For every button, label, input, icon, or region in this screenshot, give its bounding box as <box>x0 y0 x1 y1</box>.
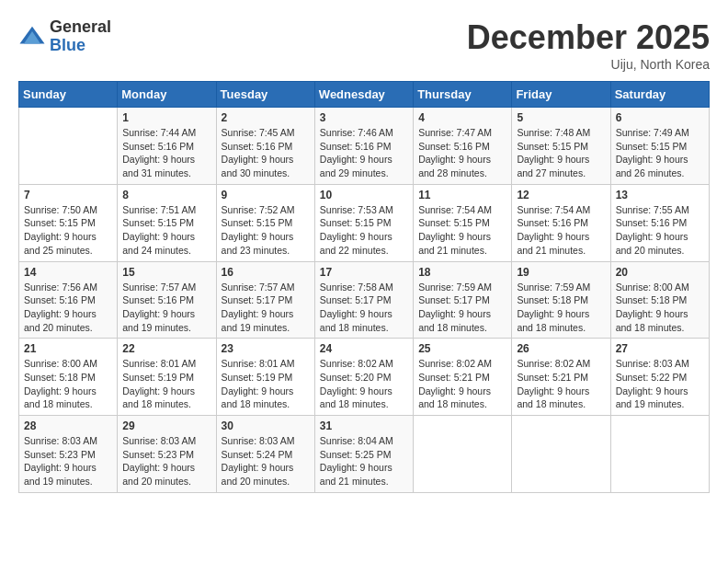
day-info: Sunrise: 8:03 AM Sunset: 5:24 PM Dayligh… <box>222 434 310 488</box>
day-info: Sunrise: 7:54 AM Sunset: 5:16 PM Dayligh… <box>517 203 605 258</box>
page-header: General Blue December 2025 Uiju, North K… <box>18 18 710 72</box>
calendar-cell: 15Sunrise: 7:57 AM Sunset: 5:16 PM Dayli… <box>118 261 216 339</box>
day-info: Sunrise: 7:50 AM Sunset: 5:15 PM Dayligh… <box>24 203 112 258</box>
calendar-cell: 2Sunrise: 7:45 AM Sunset: 5:16 PM Daylig… <box>216 108 314 185</box>
calendar-cell: 13Sunrise: 7:55 AM Sunset: 5:16 PM Dayli… <box>610 184 709 261</box>
day-number: 30 <box>222 419 310 432</box>
day-number: 11 <box>418 189 506 201</box>
calendar-cell: 14Sunrise: 7:56 AM Sunset: 5:16 PM Dayli… <box>19 261 118 339</box>
day-number: 7 <box>24 189 112 201</box>
day-number: 24 <box>320 342 408 355</box>
calendar-cell: 16Sunrise: 7:57 AM Sunset: 5:17 PM Dayli… <box>216 261 314 339</box>
weekday-header-friday: Friday <box>512 82 610 108</box>
day-info: Sunrise: 8:04 AM Sunset: 5:25 PM Dayligh… <box>320 434 408 488</box>
calendar-header-row: SundayMondayTuesdayWednesdayThursdayFrid… <box>19 82 710 108</box>
day-number: 22 <box>122 342 210 355</box>
day-info: Sunrise: 7:52 AM Sunset: 5:15 PM Dayligh… <box>222 203 310 258</box>
day-info: Sunrise: 7:59 AM Sunset: 5:18 PM Dayligh… <box>517 281 605 335</box>
day-info: Sunrise: 8:02 AM Sunset: 5:21 PM Dayligh… <box>517 357 605 411</box>
calendar-cell: 7Sunrise: 7:50 AM Sunset: 5:15 PM Daylig… <box>19 184 118 261</box>
day-info: Sunrise: 7:48 AM Sunset: 5:15 PM Dayligh… <box>517 126 605 180</box>
month-title: December 2025 <box>467 18 710 57</box>
calendar-cell: 3Sunrise: 7:46 AM Sunset: 5:16 PM Daylig… <box>314 108 413 185</box>
calendar-cell: 24Sunrise: 8:02 AM Sunset: 5:20 PM Dayli… <box>314 339 413 416</box>
calendar-cell: 26Sunrise: 8:02 AM Sunset: 5:21 PM Dayli… <box>512 339 610 416</box>
calendar-cell: 9Sunrise: 7:52 AM Sunset: 5:15 PM Daylig… <box>216 184 314 261</box>
day-number: 14 <box>24 266 112 279</box>
calendar-cell: 30Sunrise: 8:03 AM Sunset: 5:24 PM Dayli… <box>216 416 314 493</box>
day-number: 3 <box>320 111 408 124</box>
calendar-cell: 28Sunrise: 8:03 AM Sunset: 5:23 PM Dayli… <box>19 416 118 493</box>
calendar-week-row: 28Sunrise: 8:03 AM Sunset: 5:23 PM Dayli… <box>19 416 710 493</box>
calendar-week-row: 14Sunrise: 7:56 AM Sunset: 5:16 PM Dayli… <box>19 261 710 339</box>
day-info: Sunrise: 7:57 AM Sunset: 5:16 PM Dayligh… <box>122 281 210 335</box>
day-number: 28 <box>24 419 112 432</box>
day-info: Sunrise: 7:57 AM Sunset: 5:17 PM Dayligh… <box>222 281 310 335</box>
location-text: Uiju, North Korea <box>467 57 710 72</box>
weekday-header-wednesday: Wednesday <box>314 82 413 108</box>
calendar-cell: 27Sunrise: 8:03 AM Sunset: 5:22 PM Dayli… <box>610 339 709 416</box>
day-info: Sunrise: 7:46 AM Sunset: 5:16 PM Dayligh… <box>320 126 408 180</box>
calendar-cell: 11Sunrise: 7:54 AM Sunset: 5:15 PM Dayli… <box>414 184 512 261</box>
logo-icon <box>18 23 46 51</box>
day-number: 19 <box>517 266 605 279</box>
day-info: Sunrise: 7:56 AM Sunset: 5:16 PM Dayligh… <box>24 281 112 335</box>
day-info: Sunrise: 7:47 AM Sunset: 5:16 PM Dayligh… <box>418 126 506 180</box>
weekday-header-saturday: Saturday <box>610 82 709 108</box>
weekday-header-sunday: Sunday <box>19 82 118 108</box>
day-number: 1 <box>122 111 210 124</box>
day-number: 2 <box>222 111 310 124</box>
logo-text: General Blue <box>50 18 111 55</box>
day-number: 10 <box>320 189 408 201</box>
calendar-cell: 31Sunrise: 8:04 AM Sunset: 5:25 PM Dayli… <box>314 416 413 493</box>
day-number: 20 <box>616 266 704 279</box>
calendar-cell: 19Sunrise: 7:59 AM Sunset: 5:18 PM Dayli… <box>512 261 610 339</box>
day-number: 8 <box>122 189 210 201</box>
day-number: 17 <box>320 266 408 279</box>
day-number: 29 <box>122 419 210 432</box>
day-number: 23 <box>222 342 310 355</box>
calendar-week-row: 21Sunrise: 8:00 AM Sunset: 5:18 PM Dayli… <box>19 339 710 416</box>
calendar-cell: 18Sunrise: 7:59 AM Sunset: 5:17 PM Dayli… <box>414 261 512 339</box>
day-info: Sunrise: 7:55 AM Sunset: 5:16 PM Dayligh… <box>616 203 704 258</box>
weekday-header-monday: Monday <box>118 82 216 108</box>
day-info: Sunrise: 7:44 AM Sunset: 5:16 PM Dayligh… <box>122 126 210 180</box>
calendar-cell <box>610 416 709 493</box>
day-number: 31 <box>320 419 408 432</box>
day-number: 27 <box>616 342 704 355</box>
calendar-cell: 1Sunrise: 7:44 AM Sunset: 5:16 PM Daylig… <box>118 108 216 185</box>
day-info: Sunrise: 8:03 AM Sunset: 5:22 PM Dayligh… <box>616 357 704 411</box>
day-info: Sunrise: 7:49 AM Sunset: 5:15 PM Dayligh… <box>616 126 704 180</box>
day-number: 21 <box>24 342 112 355</box>
day-info: Sunrise: 8:02 AM Sunset: 5:21 PM Dayligh… <box>418 357 506 411</box>
day-info: Sunrise: 8:01 AM Sunset: 5:19 PM Dayligh… <box>122 357 210 411</box>
day-number: 6 <box>616 111 704 124</box>
day-number: 26 <box>517 342 605 355</box>
calendar-cell: 25Sunrise: 8:02 AM Sunset: 5:21 PM Dayli… <box>414 339 512 416</box>
day-number: 5 <box>517 111 605 124</box>
day-info: Sunrise: 7:45 AM Sunset: 5:16 PM Dayligh… <box>222 126 310 180</box>
calendar-cell <box>414 416 512 493</box>
day-number: 25 <box>418 342 506 355</box>
day-info: Sunrise: 8:00 AM Sunset: 5:18 PM Dayligh… <box>616 281 704 335</box>
calendar-cell <box>512 416 610 493</box>
day-info: Sunrise: 8:02 AM Sunset: 5:20 PM Dayligh… <box>320 357 408 411</box>
calendar-cell: 6Sunrise: 7:49 AM Sunset: 5:15 PM Daylig… <box>610 108 709 185</box>
calendar-cell: 5Sunrise: 7:48 AM Sunset: 5:15 PM Daylig… <box>512 108 610 185</box>
day-number: 12 <box>517 189 605 201</box>
weekday-header-tuesday: Tuesday <box>216 82 314 108</box>
day-number: 13 <box>616 189 704 201</box>
day-info: Sunrise: 7:53 AM Sunset: 5:15 PM Dayligh… <box>320 203 408 258</box>
calendar-cell: 8Sunrise: 7:51 AM Sunset: 5:15 PM Daylig… <box>118 184 216 261</box>
day-number: 16 <box>222 266 310 279</box>
day-number: 15 <box>122 266 210 279</box>
day-number: 4 <box>418 111 506 124</box>
calendar-cell: 29Sunrise: 8:03 AM Sunset: 5:23 PM Dayli… <box>118 416 216 493</box>
day-info: Sunrise: 8:03 AM Sunset: 5:23 PM Dayligh… <box>24 434 112 488</box>
calendar-cell: 10Sunrise: 7:53 AM Sunset: 5:15 PM Dayli… <box>314 184 413 261</box>
calendar-cell: 20Sunrise: 8:00 AM Sunset: 5:18 PM Dayli… <box>610 261 709 339</box>
calendar-week-row: 1Sunrise: 7:44 AM Sunset: 5:16 PM Daylig… <box>19 108 710 185</box>
calendar-cell: 4Sunrise: 7:47 AM Sunset: 5:16 PM Daylig… <box>414 108 512 185</box>
logo-general-text: General <box>50 18 111 37</box>
calendar-cell: 12Sunrise: 7:54 AM Sunset: 5:16 PM Dayli… <box>512 184 610 261</box>
